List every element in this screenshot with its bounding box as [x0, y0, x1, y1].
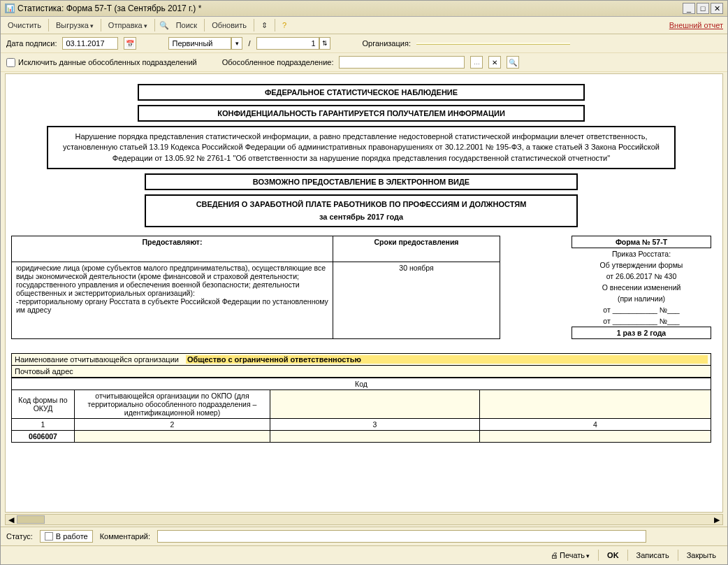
print-button[interactable]: Печать: [545, 549, 595, 562]
help-button[interactable]: ?: [279, 20, 289, 31]
external-report-link[interactable]: Внешний отчет: [669, 21, 723, 29]
status-bar: Статус: В работе Комментарий:: [1, 527, 727, 545]
save-button[interactable]: Записать: [631, 549, 675, 562]
provide-header: Предоставляют:: [12, 236, 333, 262]
document-area: ФЕДЕРАЛЬНОЕ СТАТИСТИЧЕСКОЕ НАБЛЮДЕНИЕ КО…: [5, 73, 723, 513]
report-type-caret[interactable]: ▾: [231, 37, 242, 50]
upload-button[interactable]: Выгрузка: [53, 20, 96, 31]
header-confidential: КОНФИДЕНЦИАЛЬНОСТЬ ГАРАНТИРУЕТСЯ ПОЛУЧАТ…: [138, 105, 585, 122]
params-row-1: Дата подписи: 📅 ▾ / ⇅ Организация:: [1, 34, 727, 53]
address-row: Почтовый адрес: [11, 366, 711, 378]
comment-input[interactable]: [157, 530, 646, 543]
electronic-note: ВОЗМОЖНО ПРЕДОСТАВЛЕНИЕ В ЭЛЕКТРОННОМ ВИ…: [145, 173, 578, 190]
terms-header: Сроки предоставления: [333, 236, 500, 262]
org-label: Организация:: [363, 39, 411, 48]
expand-button[interactable]: ⇕: [259, 20, 270, 31]
okud-value: 0606007: [12, 431, 75, 443]
org-value[interactable]: [416, 43, 570, 45]
col-okud: Код формы по ОКУД: [12, 390, 75, 419]
sign-date-label: Дата подписи:: [6, 39, 57, 48]
sign-date-input[interactable]: [62, 37, 118, 50]
frequency: 1 раз в 2 года: [572, 327, 711, 339]
app-icon: 📊: [5, 3, 15, 13]
exclude-label: Исключить данные обособленных подразделе…: [18, 58, 197, 66]
app-window: 📊 Статистика: Форма 57-Т (за Сентябрь 20…: [0, 0, 728, 565]
status-label: Статус:: [6, 532, 33, 541]
warning-box: Нарушение порядка представления статисти…: [47, 126, 676, 169]
send-button[interactable]: Отправка: [105, 20, 150, 31]
refresh-button[interactable]: Обновить: [209, 20, 249, 31]
ok-button[interactable]: OK: [602, 549, 625, 562]
terms-body: 30 ноября: [333, 262, 500, 339]
col-okpo: отчитывающейся организации по ОКПО (для …: [75, 390, 270, 419]
params-row-2: Исключить данные обособленных подразделе…: [1, 53, 727, 72]
toolbar: Очистить Выгрузка Отправка 🔍 Поиск Обнов…: [1, 17, 727, 34]
status-value[interactable]: В работе: [40, 530, 93, 543]
window-title: Статистика: Форма 57-Т (за Сентябрь 2017…: [17, 3, 683, 13]
bottom-bar: Печать OK Записать Закрыть: [1, 545, 727, 564]
comment-label: Комментарий:: [100, 532, 150, 541]
code-header: Код: [12, 378, 711, 390]
obos-pick-button[interactable]: …: [470, 56, 483, 69]
maximize-button[interactable]: □: [697, 3, 709, 14]
report-num-stepper[interactable]: ⇅: [319, 37, 330, 50]
clear-button[interactable]: Очистить: [5, 20, 44, 31]
org-name-row: Наименование отчитывающейся организации …: [11, 353, 711, 366]
form-number: Форма № 57-Т: [572, 236, 711, 248]
obos-search-button[interactable]: 🔍: [507, 56, 519, 69]
org-name-label: Наименование отчитывающейся организации: [15, 355, 179, 364]
report-type-select[interactable]: [168, 37, 231, 50]
provide-body: юридические лица (кроме субъектов малого…: [12, 262, 333, 339]
org-name-value[interactable]: Общество с ограниченной ответственностью: [186, 355, 708, 364]
okpo-input[interactable]: [75, 431, 270, 443]
search-button[interactable]: Поиск: [173, 20, 200, 31]
address-label: Почтовый адрес: [15, 367, 73, 376]
minimize-button[interactable]: _: [683, 3, 695, 14]
close-button[interactable]: ✕: [711, 3, 723, 14]
address-value[interactable]: [80, 367, 708, 376]
provide-table: Предоставляют: Сроки предоставления юрид…: [11, 236, 500, 339]
close-window-button[interactable]: Закрыть: [681, 549, 722, 562]
exclude-checkbox[interactable]: [6, 58, 15, 67]
report-num-input[interactable]: [256, 37, 319, 50]
form-number-table: Форма № 57-Т Приказ Росстата: Об утвержд…: [572, 236, 711, 339]
titlebar: 📊 Статистика: Форма 57-Т (за Сентябрь 20…: [1, 1, 727, 17]
obos-input[interactable]: [339, 56, 465, 69]
slash-label: /: [248, 39, 250, 48]
obos-label: Обособленное подразделение:: [222, 58, 334, 66]
report-title: СВЕДЕНИЯ О ЗАРАБОТНОЙ ПЛАТЕ РАБОТНИКОВ П…: [145, 194, 578, 227]
horizontal-scrollbar[interactable]: ◀ ▶: [5, 514, 723, 525]
status-icon: [45, 532, 53, 541]
obos-clear-button[interactable]: ✕: [488, 56, 501, 69]
search-icon: 🔍: [159, 21, 169, 30]
header-federal: ФЕДЕРАЛЬНОЕ СТАТИСТИЧЕСКОЕ НАБЛЮДЕНИЕ: [138, 84, 585, 101]
code-table: Код Код формы по ОКУД отчитывающейся орг…: [11, 378, 711, 443]
calendar-button[interactable]: 📅: [124, 37, 136, 50]
